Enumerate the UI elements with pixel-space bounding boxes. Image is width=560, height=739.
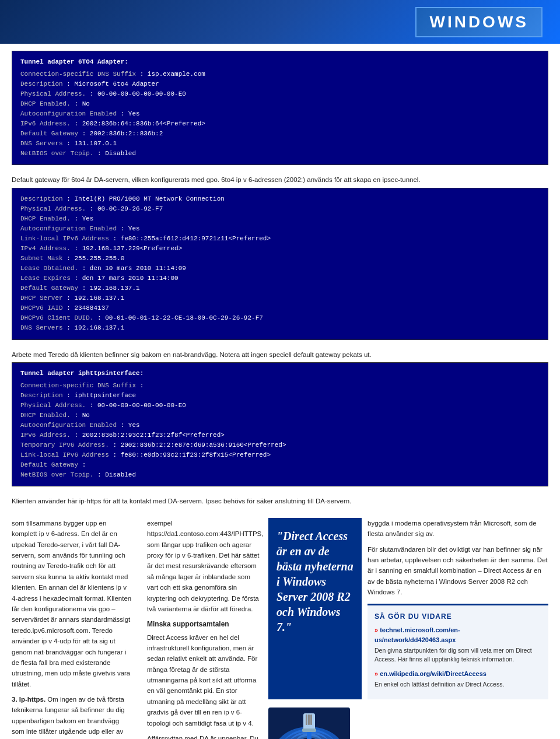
sa-gor-box: SÅ GÖR DU VIDARE technet.microsoft.com/e… bbox=[368, 604, 548, 699]
note-3: Klienten använder här ip-https för att t… bbox=[0, 492, 560, 509]
terminal-3-line: Description : iphttpsinterface bbox=[20, 391, 540, 401]
terminal-2-line: Link-local IPv6 Address : fe80::255a:f61… bbox=[20, 234, 540, 244]
article-col-right-wrapper: "Direct Access är en av de bästa nyheter… bbox=[268, 518, 548, 739]
terminal-2-line: DHCP Enabled. : Yes bbox=[20, 214, 540, 224]
terminal-2-line: DHCPv6 IAID : 234884137 bbox=[20, 303, 540, 313]
network-cable-image bbox=[268, 708, 350, 739]
terminal-2-line: DNS Servers : 192.168.137.1 bbox=[20, 323, 540, 333]
terminal-2-line: Lease Obtained. : den 10 mars 2010 11:14… bbox=[20, 264, 540, 274]
sa-gor-desc-2: En enkel och lättläst definition av Dire… bbox=[374, 680, 541, 689]
terminal-1-line: NetBIOS over Tcpip. : Disabled bbox=[20, 149, 540, 159]
far-right-para1: byggda i moderna operativsystem från Mic… bbox=[368, 518, 548, 540]
terminal-3-line: Connection-specific DNS Suffix : bbox=[20, 381, 540, 391]
terminal-1-line: Physical Address. : 00-00-00-00-00-00-00… bbox=[20, 89, 540, 99]
terminal-3-line: Default Gateway : bbox=[20, 460, 540, 470]
terminal-3-line: NetBIOS over Tcpip. : Disabled bbox=[20, 470, 540, 480]
terminal-1-line: Autoconfiguration Enabled : Yes bbox=[20, 109, 540, 119]
terminal-2: Description : Intel(R) PRO/1000 MT Netwo… bbox=[12, 188, 548, 340]
pull-quote: "Direct Access är en av de bästa nyheter… bbox=[268, 518, 362, 699]
terminal-2-line: Lease Expires : den 17 mars 2010 11:14:0… bbox=[20, 274, 540, 283]
terminal-2-line: Physical Address. : 00-0C-29-26-92-F7 bbox=[20, 204, 540, 214]
terminal-1-line: DNS Servers : 131.107.0.1 bbox=[20, 139, 540, 149]
svg-rect-7 bbox=[308, 715, 310, 725]
article-col-left: som tillsammans bygger upp en komplett i… bbox=[12, 518, 140, 739]
sa-gor-title: SÅ GÖR DU VIDARE bbox=[374, 611, 541, 622]
article-left-para1: som tillsammans bygger upp en komplett i… bbox=[12, 518, 132, 689]
sa-gor-link-1[interactable]: technet.microsoft.com/en-us/network/dd42… bbox=[374, 625, 541, 645]
terminal-3-line: Temporary IPv6 Address. : 2002:836b:2:2:… bbox=[20, 440, 540, 450]
article-mid-para1: exempel https://da1.contoso.com:443/IPHT… bbox=[147, 518, 261, 615]
terminal-1-line: Default Gateway : 2002:836b:2::836b:2 bbox=[20, 129, 540, 139]
note-2: Arbete med Teredo då klienten befinner s… bbox=[0, 346, 560, 362]
quote-image-row: "Direct Access är en av de bästa nyheter… bbox=[268, 518, 548, 699]
terminal-3-title: Tunnel adapter iphttpsinterface: bbox=[20, 369, 540, 379]
terminal-3-line: Link-local IPv6 Address : fe80::e0db:93c… bbox=[20, 450, 540, 460]
terminal-1-line: Description : Microsoft 6to4 Adapter bbox=[20, 79, 540, 89]
far-right-para2: För slutanvändaren blir det oviktigt var… bbox=[368, 544, 548, 598]
svg-rect-8 bbox=[310, 715, 312, 725]
article-col-mid: exempel https://da1.contoso.com:443/IPHT… bbox=[140, 518, 268, 739]
article-col-far-right: byggda i moderna operativsystem från Mic… bbox=[368, 518, 548, 699]
svg-rect-9 bbox=[302, 729, 316, 732]
article-mid-para3: Affärsnyttan med DA är uppenbar. Du kan … bbox=[147, 733, 261, 739]
terminal-3-line: DHCP Enabled. : No bbox=[20, 411, 540, 421]
terminal-2-line: DHCP Server : 192.168.137.1 bbox=[20, 293, 540, 303]
terminal-3-line: Physical Address. : 00-00-00-00-00-00-00… bbox=[20, 401, 540, 411]
terminal-1-line: Connection-specific DNS Suffix : isp.exa… bbox=[20, 69, 540, 79]
sa-gor-desc-1: Den givna startpunkten för dig som vill … bbox=[374, 646, 541, 664]
windows-badge: WINDOWS bbox=[415, 7, 542, 37]
terminal-3-line: Autoconfiguration Enabled : Yes bbox=[20, 421, 540, 430]
terminal-1-title: Tunnel adapter 6TO4 Adapter: bbox=[20, 57, 540, 67]
article-left-para2: 3. Ip-https. Om ingen av de två första t… bbox=[12, 694, 132, 739]
svg-rect-6 bbox=[306, 715, 307, 725]
mid-section-title: Minska supportsamtalen bbox=[147, 619, 261, 630]
terminal-2-line: Subnet Mask : 255.255.255.0 bbox=[20, 254, 540, 264]
terminal-1-line: DHCP Enabled. : No bbox=[20, 99, 540, 109]
terminal-1-line: IPv6 Address. : 2002:836b:64::836b:64<Pr… bbox=[20, 119, 540, 129]
terminal-2-line: Autoconfiguration Enabled : Yes bbox=[20, 224, 540, 234]
note-1: Default gateway för 6to4 är DA-servern, … bbox=[0, 171, 560, 187]
terminal-3-line: IPv6 Address. : 2002:836b:2:93c2:1f23:2f… bbox=[20, 430, 540, 440]
sa-gor-link-2[interactable]: en.wikipedia.org/wiki/DirectAccess bbox=[374, 669, 541, 679]
page-header: WINDOWS bbox=[0, 0, 560, 44]
terminal-1: Tunnel adapter 6TO4 Adapter: Connection-… bbox=[12, 51, 548, 165]
terminal-3: Tunnel adapter iphttpsinterface: Connect… bbox=[12, 362, 548, 487]
article-mid-para2: Direct Access kräver en hel del infrastr… bbox=[147, 632, 261, 729]
terminal-2-line: Description : Intel(R) PRO/1000 MT Netwo… bbox=[20, 194, 540, 204]
terminal-2-line: IPv4 Address. : 192.168.137.229<Preferre… bbox=[20, 244, 540, 254]
terminal-2-line: DHCPv6 Client DUID. : 00-01-00-01-12-22-… bbox=[20, 313, 540, 323]
terminal-2-line: Default Gateway : 192.168.137.1 bbox=[20, 283, 540, 293]
article-section: som tillsammans bygger upp en komplett i… bbox=[0, 512, 560, 739]
